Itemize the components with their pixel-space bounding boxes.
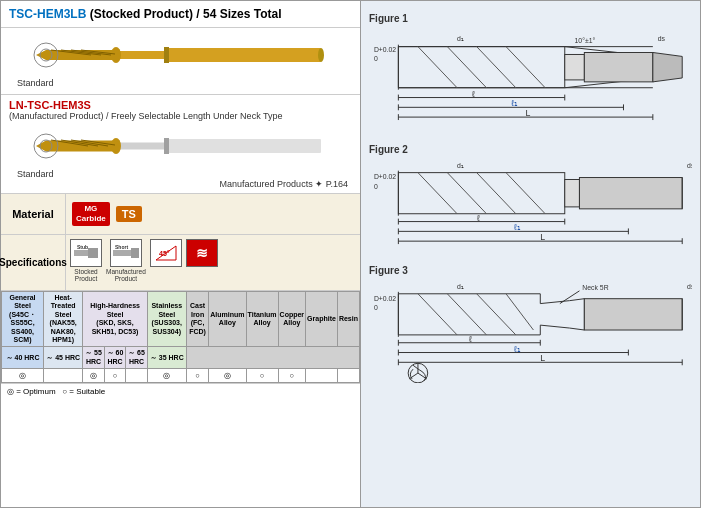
product-title-black: (Stocked Product) / 54 Sizes Total [86, 7, 281, 21]
svg-rect-14 [116, 143, 168, 150]
hhs-header: High-Hardness Steel(SKD, SKS, SKH51, DC5… [83, 292, 147, 347]
short-icon-box: Short ManufacturedProduct [106, 239, 146, 282]
svg-marker-91 [398, 294, 584, 335]
wave-icon-box: ≋ [186, 239, 218, 267]
figure-2-svg: D+0.02 0 ℓ [369, 157, 692, 247]
svg-rect-71 [565, 179, 580, 206]
specs-icons: Stub StockedProduct Short Manufacture [66, 235, 222, 290]
gr-header: Graphite [306, 292, 338, 347]
svg-text:Neck 5R: Neck 5R [582, 284, 608, 291]
svg-text:d₁: d₁ [457, 35, 464, 42]
manufactured-label: Manufactured Products ✦ P.164 [9, 179, 352, 189]
svg-rect-22 [164, 138, 169, 154]
legend-row: ◎ = Optimum ○ = Suitable [1, 383, 360, 399]
ss-header: Stainless Steel(SUS303, SUS304) [147, 292, 186, 347]
hhs-hrc1: ～ 55 HRC [83, 347, 104, 369]
svg-text:ℓ₁: ℓ₁ [514, 222, 521, 232]
svg-line-68 [447, 173, 486, 214]
ss-data: ◎ [147, 369, 186, 383]
svg-text:ℓ: ℓ [477, 213, 480, 223]
ci-header: Cast Iron(FC, FCD) [186, 292, 208, 347]
short-sub: ManufacturedProduct [106, 268, 146, 282]
gs-hrc: ～ 40 HRC [2, 347, 44, 369]
svg-rect-62 [584, 53, 653, 82]
gr-data [306, 369, 338, 383]
svg-text:D+0.02: D+0.02 [374, 295, 396, 302]
svg-line-60 [506, 47, 545, 88]
svg-rect-13 [166, 139, 321, 153]
svg-text:0: 0 [374, 304, 378, 311]
svg-text:ℓ: ℓ [472, 89, 475, 99]
svg-rect-28 [113, 250, 131, 256]
svg-text:L: L [540, 232, 545, 242]
gs-header: General Steel(S45C・SS55C, SS400, SCM) [2, 292, 44, 347]
figure-1: Figure 1 D+0.02 0 ℓ [369, 9, 692, 132]
hhs-data2: ○ [104, 369, 125, 383]
angle-icon-box: 45° [150, 239, 182, 267]
hs-header: Heat-Treated Steel(NAK55, NAK80, HPM1) [44, 292, 83, 347]
figure-2: Figure 2 D+0.02 0 [369, 140, 692, 253]
figure-3: Figure 3 D+0.02 0 Neck 5R [369, 261, 692, 389]
svg-point-16 [111, 138, 121, 154]
svg-line-59 [477, 47, 516, 88]
ss-hrc: ～ 35 HRC [147, 347, 186, 369]
figure-3-title: Figure 3 [369, 265, 692, 276]
figure-1-svg: D+0.02 0 ℓ [369, 26, 692, 126]
svg-line-70 [506, 173, 545, 214]
ts-badge: TS [116, 206, 142, 222]
material-icons: MG Carbide TS [66, 194, 148, 234]
svg-text:d₁: d₁ [457, 162, 464, 169]
hhs-hrc3: ～ 65 HRC [126, 347, 147, 369]
angle-icon: 45° [150, 239, 182, 267]
product-image-1: Standard [1, 28, 360, 95]
svg-line-58 [447, 47, 486, 88]
standard-label-2: Standard [17, 169, 352, 179]
product-title: TSC-HEM3LB (Stocked Product) / 54 Sizes … [9, 7, 352, 21]
material-table: General Steel(S45C・SS55C, SS400, SCM) He… [1, 291, 360, 383]
svg-text:L: L [540, 353, 545, 363]
tool-image-svg-1 [26, 34, 336, 76]
specs-row: Specifications Stub StockedProduct [1, 235, 360, 291]
svg-text:Stub: Stub [77, 244, 88, 250]
svg-point-10 [318, 48, 324, 62]
svg-rect-26 [88, 248, 98, 258]
svg-rect-25 [74, 250, 88, 256]
svg-line-94 [418, 294, 457, 335]
svg-rect-9 [164, 47, 169, 63]
svg-text:ds: ds [658, 35, 666, 42]
material-label: Material [1, 194, 66, 234]
hs-data [44, 369, 83, 383]
svg-line-97 [506, 294, 533, 330]
table-data-row: ◎ ◎ ○ ◎ ○ ◎ ○ ○ [2, 369, 360, 383]
hhs-data3 [126, 369, 147, 383]
svg-text:d₁: d₁ [457, 283, 464, 290]
svg-text:0: 0 [374, 183, 378, 190]
svg-rect-0 [166, 48, 321, 62]
gs-data: ◎ [2, 369, 44, 383]
svg-line-57 [418, 47, 457, 88]
stub-icon: Stub [70, 239, 102, 267]
svg-marker-63 [653, 53, 682, 82]
svg-text:ℓ₁: ℓ₁ [514, 344, 521, 354]
table-hrc-row: ～ 40 HRC ～ 45 HRC ～ 55 HRC ～ 60 HRC ～ 65… [2, 347, 360, 369]
al-header: AluminumAlloy [209, 292, 246, 347]
ti-data: ○ [246, 369, 278, 383]
svg-rect-98 [584, 299, 682, 330]
ti-header: TitaniumAlloy [246, 292, 278, 347]
mg-badge: MG Carbide [72, 202, 110, 225]
svg-text:ℓ: ℓ [469, 334, 472, 344]
table-header-row: General Steel(S45C・SS55C, SS400, SCM) He… [2, 292, 360, 347]
svg-text:D+0.02: D+0.02 [374, 173, 396, 180]
specs-label: Specifications [1, 235, 66, 290]
legend-opt: ◎ = Optimum [7, 387, 56, 396]
stub-sub: StockedProduct [74, 268, 98, 282]
svg-rect-72 [579, 178, 682, 209]
svg-text:ds: ds [687, 283, 692, 290]
svg-line-95 [447, 294, 486, 335]
svg-text:Short: Short [115, 244, 128, 250]
left-panel: TSC-HEM3LB (Stocked Product) / 54 Sizes … [1, 1, 361, 507]
figure-2-title: Figure 2 [369, 144, 692, 155]
ln-title: LN-TSC-HEM3S [9, 99, 352, 111]
re-data [337, 369, 359, 383]
svg-text:L: L [526, 108, 531, 118]
